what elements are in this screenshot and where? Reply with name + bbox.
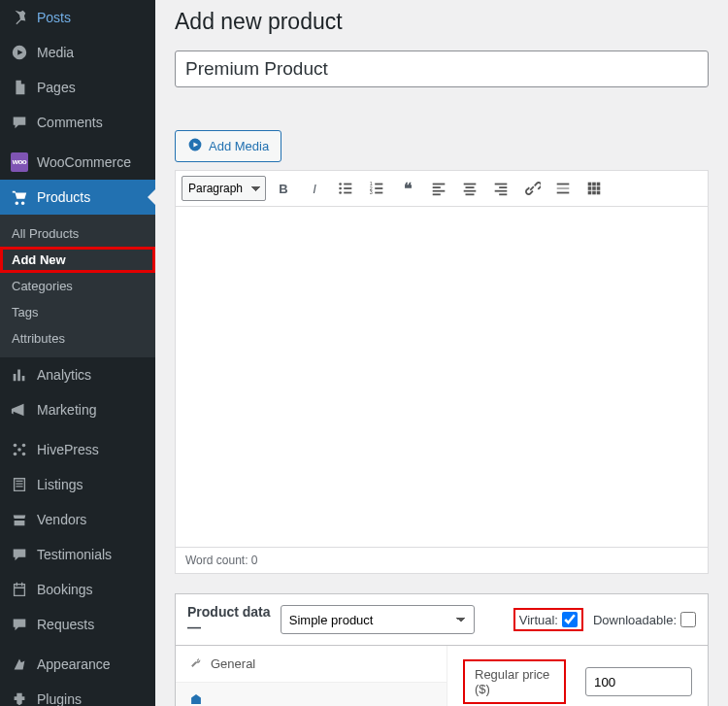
testimonials-icon (10, 545, 29, 564)
svg-rect-31 (557, 192, 570, 194)
align-right-button[interactable] (487, 175, 514, 202)
svg-rect-20 (433, 193, 441, 195)
regular-price-input[interactable] (585, 667, 692, 696)
product-data-tabs: General (176, 646, 447, 706)
sidebar-item-label: Products (37, 188, 90, 206)
sidebar-item-testimonials[interactable]: Testimonials (0, 537, 155, 572)
submenu-all-products[interactable]: All Products (0, 220, 155, 247)
blockquote-button[interactable]: ❝ (394, 175, 421, 202)
sidebar-item-bookings[interactable]: Bookings (0, 572, 155, 607)
editor-textarea[interactable] (176, 207, 708, 547)
analytics-icon (10, 365, 29, 385)
sidebar-item-vendors[interactable]: Vendors (0, 502, 155, 537)
svg-rect-12 (375, 184, 382, 185)
main-content: Add new product Add Media Paragraph B I … (155, 0, 728, 706)
submenu-attributes[interactable]: Attributes (0, 325, 155, 352)
sidebar-item-products[interactable]: Products (0, 180, 155, 215)
svg-point-0 (14, 444, 17, 448)
submenu-add-new[interactable]: Add New (0, 247, 155, 273)
svg-rect-37 (597, 186, 601, 190)
sidebar-item-pages[interactable]: Pages (0, 70, 155, 105)
sidebar-item-requests[interactable]: Requests (0, 607, 155, 642)
svg-rect-19 (433, 190, 446, 192)
svg-rect-16 (375, 192, 382, 194)
italic-button[interactable]: I (301, 175, 328, 202)
sidebar-item-label: HivePress (37, 441, 99, 458)
word-count: Word count: 0 (176, 547, 708, 573)
submenu-tags[interactable]: Tags (0, 299, 155, 325)
svg-rect-14 (375, 187, 382, 189)
product-data-header: Product data — Simple product Virtual: D… (176, 594, 708, 646)
svg-rect-29 (557, 184, 570, 185)
align-left-button[interactable] (425, 175, 452, 202)
svg-rect-18 (433, 186, 441, 188)
virtual-checkbox[interactable] (562, 612, 578, 627)
numbered-list-button[interactable]: 123 (363, 175, 390, 202)
sidebar-item-analytics[interactable]: Analytics (0, 357, 155, 392)
sidebar-item-label: Marketing (37, 401, 96, 419)
virtual-checkbox-wrap: Virtual: (513, 608, 583, 631)
downloadable-checkbox-wrap: Downloadable: (593, 612, 696, 627)
editor-toolbar: Paragraph B I 123 ❝ (176, 171, 708, 207)
product-data-content: Regular price ($) (447, 646, 708, 706)
regular-price-label: Regular price ($) (463, 659, 566, 704)
sidebar-item-comments[interactable]: Comments (0, 105, 155, 140)
sidebar-item-woocommerce[interactable]: woo WooCommerce (0, 145, 155, 180)
format-select[interactable]: Paragraph (182, 176, 266, 201)
vendors-icon (10, 510, 29, 529)
sidebar-item-plugins[interactable]: Plugins (0, 682, 155, 706)
tab-general[interactable]: General (176, 646, 447, 683)
bookings-icon (10, 580, 29, 599)
downloadable-checkbox[interactable] (680, 612, 696, 627)
sidebar-item-media[interactable]: Media (0, 35, 155, 70)
add-media-label: Add Media (209, 139, 269, 153)
products-icon (10, 187, 29, 207)
sidebar-item-hivepress[interactable]: HivePress (0, 432, 155, 467)
sidebar-item-appearance[interactable]: Appearance (0, 647, 155, 682)
tab-inventory[interactable] (176, 683, 447, 706)
svg-rect-22 (466, 186, 475, 188)
bulleted-list-button[interactable] (332, 175, 359, 202)
media-icon (10, 43, 29, 62)
hivepress-icon (10, 440, 29, 459)
insert-more-button[interactable] (549, 175, 577, 202)
comment-icon (10, 113, 29, 132)
svg-rect-36 (592, 186, 596, 190)
product-type-select[interactable]: Simple product (281, 605, 475, 634)
link-button[interactable] (518, 175, 546, 202)
virtual-label: Virtual: (519, 613, 558, 627)
sidebar-item-label: Media (37, 44, 74, 61)
media-icon (187, 137, 203, 155)
sidebar-item-posts[interactable]: Posts (0, 0, 155, 35)
sidebar-item-marketing[interactable]: Marketing (0, 392, 155, 427)
svg-point-3 (22, 453, 26, 456)
listings-icon (10, 475, 29, 494)
sidebar-item-listings[interactable]: Listings (0, 467, 155, 502)
svg-rect-10 (344, 192, 351, 194)
product-data-box: Product data — Simple product Virtual: D… (175, 593, 709, 706)
product-data-body: General Regular price ($) (176, 646, 708, 706)
align-center-button[interactable] (456, 175, 483, 202)
svg-rect-26 (499, 186, 507, 188)
product-data-heading: Product data — (187, 604, 271, 635)
svg-point-1 (22, 444, 26, 448)
svg-rect-27 (495, 190, 508, 192)
submenu-categories[interactable]: Categories (0, 273, 155, 299)
tab-general-label: General (211, 656, 255, 671)
product-title-input[interactable] (175, 50, 709, 87)
sidebar-item-label: Bookings (37, 581, 93, 598)
svg-rect-23 (464, 190, 477, 192)
svg-rect-40 (597, 191, 601, 195)
bold-button[interactable]: B (270, 175, 297, 202)
sidebar-item-label: WooCommerce (37, 153, 131, 171)
pages-icon (10, 78, 29, 97)
appearance-icon (10, 655, 29, 674)
svg-rect-17 (433, 184, 446, 185)
svg-point-5 (339, 183, 342, 185)
sidebar-item-label: Analytics (37, 366, 91, 384)
page-title: Add new product (175, 0, 709, 39)
add-media-button[interactable]: Add Media (175, 130, 281, 162)
toolbar-toggle-button[interactable] (580, 175, 608, 202)
plugins-icon (10, 689, 29, 706)
svg-rect-25 (495, 184, 508, 185)
